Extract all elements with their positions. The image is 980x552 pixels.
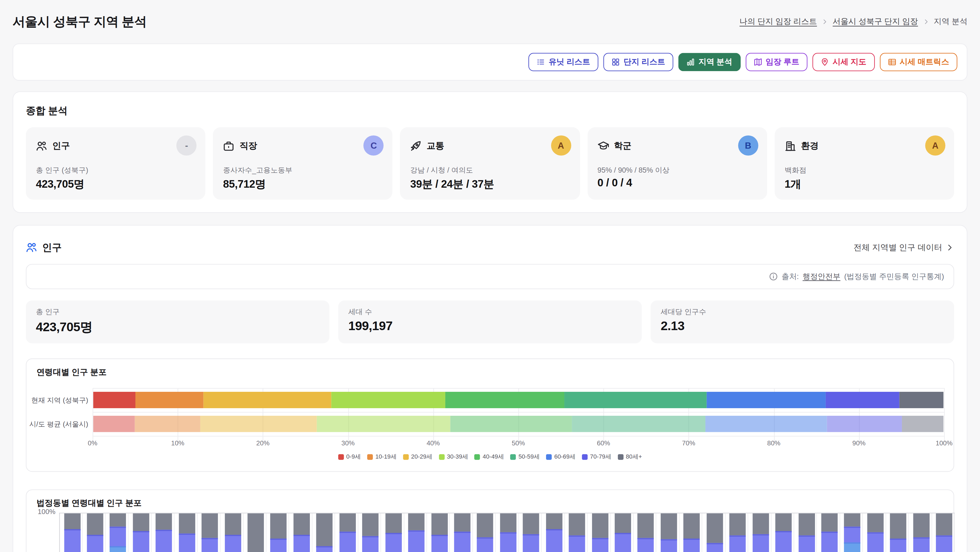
stacked-bar xyxy=(270,514,287,552)
stacked-bar xyxy=(64,514,80,552)
bar-segment-80세+ xyxy=(592,514,608,538)
population-section: 인구 전체 지역별 인구 데이터 출처: 행정안전부 (법정동별 주민등록 인구… xyxy=(13,225,967,552)
toolbar-button-시세-지도[interactable]: 시세 지도 xyxy=(813,53,875,72)
stacked-bar xyxy=(569,514,585,552)
dong-bar-column xyxy=(358,514,381,552)
bar-segment-80세+ xyxy=(224,514,241,535)
breadcrumb-item[interactable]: 서울시 성북구 단지 임장 xyxy=(833,16,918,27)
bar-segment-80세+ xyxy=(684,514,700,539)
summary-card-label: 학군 xyxy=(614,140,632,152)
list-icon xyxy=(536,58,545,66)
dong-bar-column xyxy=(266,514,289,552)
stacked-bar xyxy=(339,514,356,552)
dong-bar-column xyxy=(932,514,955,552)
stacked-bar xyxy=(156,514,172,552)
age-chart-title: 연령대별 인구 분포 xyxy=(37,366,107,378)
dong-bar-column xyxy=(679,514,702,552)
stat-label: 세대 수 xyxy=(348,307,632,317)
page-header: 서울시 성북구 지역 분석 나의 단지 임장 리스트서울시 성북구 단지 임장지… xyxy=(13,0,967,43)
summary-card-인구: 인구-총 인구 (성북구)423,705명 xyxy=(26,127,205,200)
bar-segment-80세+ xyxy=(110,514,126,527)
dong-bar-column xyxy=(197,514,221,552)
bar-segment-70-79세 xyxy=(913,538,929,552)
stacked-bar xyxy=(890,514,907,552)
dong-bar-column xyxy=(656,514,679,552)
bar-segment-70-79세 xyxy=(821,532,838,552)
stat-box-세대당-인구수: 세대당 인구수2.13 xyxy=(651,301,955,343)
chevron-right-icon xyxy=(945,243,954,252)
legend-item: 70-79세 xyxy=(582,453,611,461)
bar-segment-20-29세 xyxy=(200,416,317,432)
bar-segment-70-79세 xyxy=(110,527,126,546)
people-icon xyxy=(36,140,47,152)
legend-label: 50-59세 xyxy=(519,453,540,461)
chart-bars-icon xyxy=(687,58,695,66)
bar-segment-80세+ xyxy=(247,514,264,552)
summary-card-value: 1개 xyxy=(784,177,801,191)
legend-swatch xyxy=(582,454,587,460)
bar-segment-70-79세 xyxy=(752,534,769,552)
bar-segment-80세+ xyxy=(844,514,861,527)
toolbar-button-임장-루트[interactable]: 임장 루트 xyxy=(746,53,807,72)
all-region-population-link[interactable]: 전체 지역별 인구 데이터 xyxy=(853,242,954,253)
bar-segment-30-39세 xyxy=(331,392,445,408)
stacked-bar xyxy=(202,514,218,552)
bar-segment-70-79세 xyxy=(867,532,884,552)
stacked-bar xyxy=(936,514,953,552)
page-title: 서울시 성북구 지역 분석 xyxy=(13,13,147,30)
table-icon xyxy=(888,58,896,66)
category-label: 현재 지역 (성북구) xyxy=(26,388,88,412)
bar-segment-80세+ xyxy=(569,514,585,535)
bar-segment-20-29세 xyxy=(204,392,331,408)
bar-segment-30-39세 xyxy=(317,416,450,432)
bar-segment-80세+ xyxy=(363,514,379,536)
grade-badge: A xyxy=(551,135,571,156)
legend-item: 60-69세 xyxy=(546,453,576,461)
bar-segment-70-79세 xyxy=(317,546,333,552)
bar-segment-70-79세 xyxy=(179,533,195,552)
toolbar-button-시세-매트릭스[interactable]: 시세 매트릭스 xyxy=(880,53,958,72)
toolbar-button-label: 지역 분석 xyxy=(698,57,732,68)
legend-label: 40-49세 xyxy=(483,453,504,461)
summary-card-환경: 환경A백화점1개 xyxy=(775,127,954,200)
summary-card-학군: 학군B95% / 90% / 85% 이상0 / 0 / 4 xyxy=(587,127,767,200)
x-axis-tick: 90% xyxy=(843,439,875,447)
bar-segment-10-19세 xyxy=(135,416,200,432)
stacked-bar xyxy=(821,514,838,552)
toolbar-button-지역-분석[interactable]: 지역 분석 xyxy=(678,53,740,72)
dong-bar-column xyxy=(886,514,909,552)
stacked-bar xyxy=(867,514,884,552)
bar-segment-70-79세 xyxy=(477,537,493,552)
data-source-note: 출처: 행정안전부 (법정동별 주민등록 인구통계) xyxy=(26,264,954,289)
stacked-bar xyxy=(661,514,677,552)
dong-chart-plot xyxy=(59,513,955,552)
legend-item: 80세+ xyxy=(617,453,642,461)
dong-bar-column xyxy=(335,514,358,552)
stat-label: 총 인구 xyxy=(36,307,319,317)
bar-segment-80세+ xyxy=(87,514,103,535)
dong-bar-column xyxy=(175,514,197,552)
legend-swatch xyxy=(617,454,623,460)
toolbar-button-단지-리스트[interactable]: 단지 리스트 xyxy=(603,53,673,72)
breadcrumb-item[interactable]: 나의 단지 임장 리스트 xyxy=(740,16,817,27)
grade-badge: A xyxy=(925,135,945,156)
source-link[interactable]: 행정안전부 xyxy=(803,271,840,282)
bar-segment-50-59세 xyxy=(572,416,705,432)
dong-bar-column xyxy=(290,514,312,552)
bar-segment-80세+ xyxy=(477,514,493,537)
legend-swatch xyxy=(403,454,409,460)
grid-icon xyxy=(612,58,620,66)
bar-segment-50-59세 xyxy=(564,392,706,408)
legend-label: 0-9세 xyxy=(346,453,361,461)
stacked-bar xyxy=(317,514,333,552)
legend-label: 20-29세 xyxy=(411,453,433,461)
summary-card-sublabel: 강남 / 시청 / 여의도 xyxy=(410,165,473,175)
app-viewport: 서울시 성북구 지역 분석 나의 단지 임장 리스트서울시 성북구 단지 임장지… xyxy=(0,0,980,552)
toolbar-button-유닛-리스트[interactable]: 유닛 리스트 xyxy=(528,53,598,72)
bar-segment-70-79세 xyxy=(64,529,80,552)
stacked-bar xyxy=(363,514,379,552)
age-distribution-chart: 연령대별 인구 분포 0%10%20%30%40%50%60%70%80%90%… xyxy=(26,358,954,472)
stacked-bar xyxy=(224,514,241,552)
dong-bar-column xyxy=(496,514,519,552)
stacked-bar xyxy=(706,514,723,552)
